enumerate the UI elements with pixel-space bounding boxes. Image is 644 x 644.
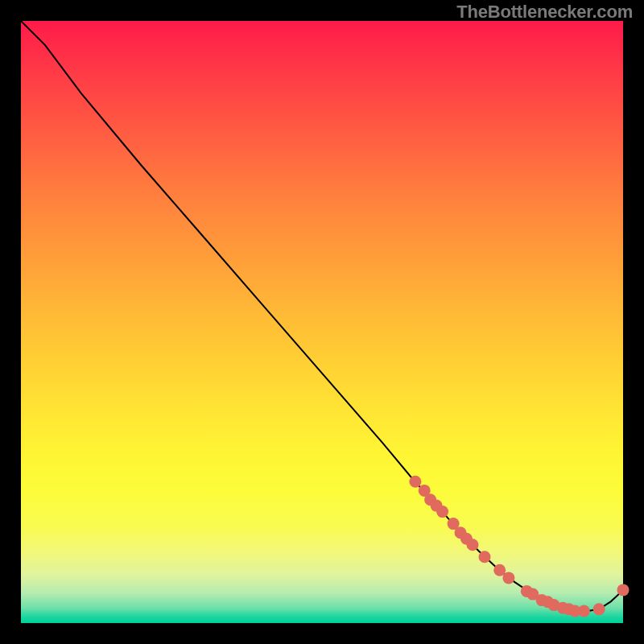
data-point [617,584,630,596]
chart-overlay [21,21,623,623]
site-link[interactable]: TheBottlenecker.com [456,2,633,23]
plot-area [21,21,623,623]
data-point [593,603,605,615]
data-point [578,605,590,617]
data-point [409,476,421,488]
data-point [502,572,514,584]
data-point [479,551,491,563]
bottleneck-curve [21,21,623,612]
data-point [436,506,448,518]
data-point [467,539,479,551]
chart-canvas: TheBottlenecker.com [0,0,644,644]
data-points-group [409,476,629,617]
